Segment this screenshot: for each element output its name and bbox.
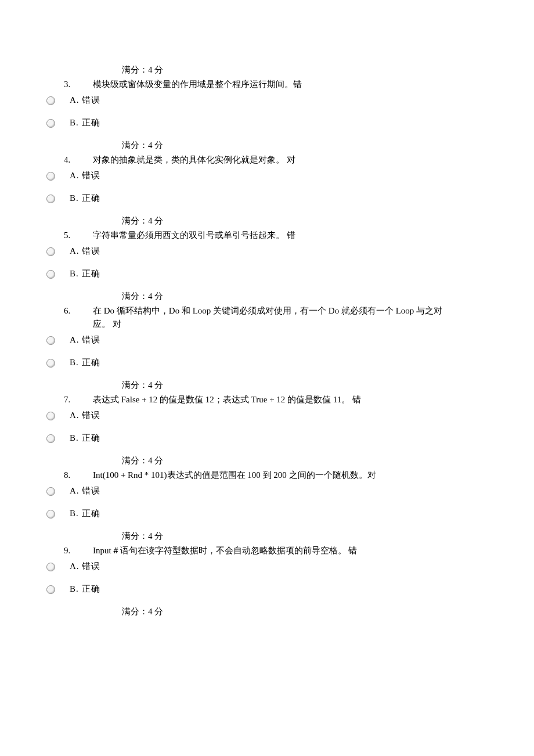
option-b-label: B. 正确 (70, 117, 100, 129)
score-suffix: 分 (153, 531, 164, 541)
score-value: 4 (148, 456, 153, 465)
score-value: 4 (148, 141, 153, 150)
question-row: 4. 对象的抽象就是类，类的具体化实例化就是对象。 对 (64, 154, 482, 166)
radio-icon[interactable] (46, 412, 55, 420)
radio-icon[interactable] (46, 563, 55, 571)
radio-icon[interactable] (46, 195, 55, 203)
option-a-row: A. 错误 (46, 94, 482, 106)
question-row: 5. 字符串常量必须用西文的双引号或单引号括起来。 错 (64, 229, 482, 242)
option-a-label: A. 错误 (70, 245, 100, 257)
option-b-row: B. 正确 (46, 117, 482, 129)
option-a-row: A. 错误 (46, 409, 482, 422)
option-a-row: A. 错误 (46, 485, 482, 497)
score-suffix: 分 (153, 380, 164, 390)
question-row: 8. Int(100 + Rnd * 101)表达式的值是范围在 100 到 2… (64, 469, 482, 481)
option-a-label: A. 错误 (70, 334, 100, 346)
score-suffix: 分 (153, 291, 164, 301)
option-a-label: A. 错误 (70, 485, 100, 497)
question-text: 对象的抽象就是类，类的具体化实例化就是对象。 对 (93, 154, 482, 166)
option-b-row: B. 正确 (46, 432, 482, 444)
question-text: 模块级或窗体级变量的作用域是整个程序运行期间。错 (93, 78, 482, 91)
question-row: 3. 模块级或窗体级变量的作用域是整个程序运行期间。错 (64, 78, 482, 91)
question-text: 在 Do 循环结构中，Do 和 Loop 关键词必须成对使用，有一个 Do 就必… (93, 305, 482, 317)
score-line: 满分：4 分 (122, 530, 482, 542)
option-a-label: A. 错误 (70, 560, 100, 573)
score-suffix: 分 (153, 65, 164, 74)
score-value: 4 (148, 65, 153, 74)
question-number: 4. (64, 154, 93, 166)
score-prefix: 满分： (122, 531, 148, 541)
option-b-row: B. 正确 (46, 357, 482, 369)
score-suffix: 分 (153, 607, 164, 616)
score-prefix: 满分： (122, 65, 148, 74)
score-suffix: 分 (153, 141, 164, 150)
radio-icon[interactable] (46, 487, 55, 496)
question-text-wrap: 应。 对 (93, 318, 482, 330)
score-line: 满分：4 分 (122, 606, 482, 618)
score-line: 满分：4 分 (122, 455, 482, 467)
score-value: 4 (148, 531, 153, 541)
score-prefix: 满分： (122, 380, 148, 390)
radio-icon[interactable] (46, 172, 55, 181)
score-suffix: 分 (153, 216, 164, 225)
score-line: 满分：4 分 (122, 379, 482, 391)
question-number: 8. (64, 469, 93, 481)
option-b-row: B. 正确 (46, 583, 482, 595)
option-a-label: A. 错误 (70, 409, 100, 422)
question-text: 表达式 False + 12 的值是数值 12；表达式 True + 12 的值… (93, 394, 482, 406)
option-b-label: B. 正确 (70, 432, 100, 444)
question-number: 7. (64, 394, 93, 406)
question-text: 字符串常量必须用西文的双引号或单引号括起来。 错 (93, 229, 482, 242)
score-prefix: 满分： (122, 291, 148, 301)
score-value: 4 (148, 291, 153, 301)
option-b-label: B. 正确 (70, 192, 100, 204)
score-prefix: 满分： (122, 216, 148, 225)
radio-icon[interactable] (46, 585, 55, 594)
score-line: 满分：4 分 (122, 290, 482, 303)
score-value: 4 (148, 380, 153, 390)
question-text: Input＃语句在读字符型数据时，不会自动忽略数据项的前导空格。 错 (93, 545, 482, 557)
question-number: 3. (64, 78, 93, 91)
option-a-row: A. 错误 (46, 170, 482, 182)
radio-icon[interactable] (46, 119, 55, 128)
question-number: 6. (64, 305, 93, 317)
score-value: 4 (148, 607, 153, 616)
question-text: Int(100 + Rnd * 101)表达式的值是范围在 100 到 200 … (93, 469, 482, 481)
option-b-row: B. 正确 (46, 268, 482, 280)
radio-icon[interactable] (46, 359, 55, 368)
radio-icon[interactable] (46, 510, 55, 519)
option-b-label: B. 正确 (70, 357, 100, 369)
question-row: 9. Input＃语句在读字符型数据时，不会自动忽略数据项的前导空格。 错 (64, 545, 482, 557)
radio-icon[interactable] (46, 336, 55, 345)
question-row: 7. 表达式 False + 12 的值是数值 12；表达式 True + 12… (64, 394, 482, 406)
score-line: 满分：4 分 (122, 64, 482, 76)
radio-icon[interactable] (46, 247, 55, 256)
option-a-row: A. 错误 (46, 245, 482, 257)
score-line: 满分：4 分 (122, 215, 482, 227)
score-suffix: 分 (153, 456, 164, 465)
option-b-row: B. 正确 (46, 192, 482, 204)
option-a-label: A. 错误 (70, 94, 100, 106)
option-b-label: B. 正确 (70, 268, 100, 280)
question-number: 9. (64, 545, 93, 557)
option-b-label: B. 正确 (70, 583, 100, 595)
question-number: 5. (64, 229, 93, 242)
option-a-label: A. 错误 (70, 170, 100, 182)
score-prefix: 满分： (122, 607, 148, 616)
option-b-label: B. 正确 (70, 507, 100, 520)
option-a-row: A. 错误 (46, 334, 482, 346)
score-line: 满分：4 分 (122, 139, 482, 152)
radio-icon[interactable] (46, 96, 55, 105)
score-prefix: 满分： (122, 456, 148, 465)
option-b-row: B. 正确 (46, 507, 482, 520)
score-value: 4 (148, 216, 153, 225)
radio-icon[interactable] (46, 434, 55, 443)
option-a-row: A. 错误 (46, 560, 482, 573)
question-row: 6. 在 Do 循环结构中，Do 和 Loop 关键词必须成对使用，有一个 Do… (64, 305, 482, 317)
radio-icon[interactable] (46, 270, 55, 279)
score-prefix: 满分： (122, 141, 148, 150)
